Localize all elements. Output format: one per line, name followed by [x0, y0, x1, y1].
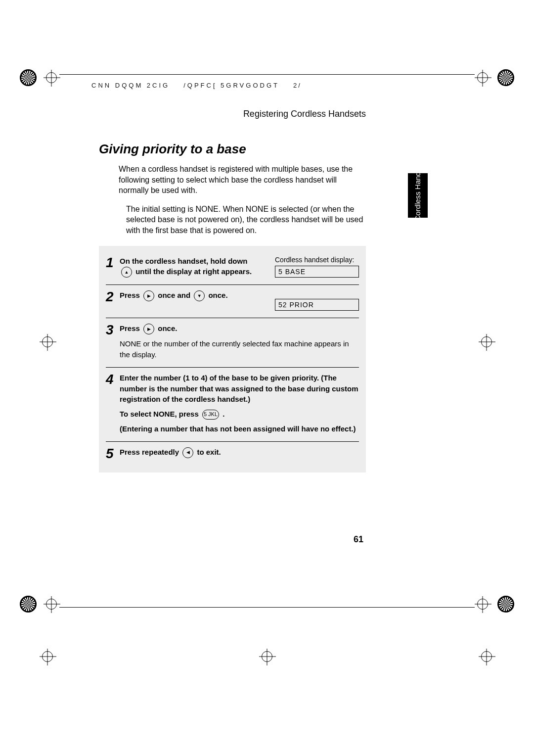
registration-mark-foot-left: [42, 651, 53, 662]
header-code-2: /QPFC[ 5GRVGODGT: [183, 82, 279, 89]
registration-mark-foot-center: [262, 651, 272, 662]
step-1-line1: On the cordless handset, hold down: [120, 257, 247, 265]
step-body: Press once and once.: [120, 290, 269, 311]
right-arrow-key-icon: [143, 324, 154, 334]
intro-paragraph: When a cordless handset is registered wi…: [119, 164, 366, 196]
registration-mark-bottom-left: [20, 596, 57, 613]
handset-display-box: 5 BASE: [275, 266, 359, 278]
note-paragraph: The initial setting is NONE. When NONE i…: [126, 204, 366, 236]
step-body: Press once. NONE or the number of the cu…: [120, 323, 359, 360]
crop-line-top: [59, 74, 475, 75]
step-2-t3: once.: [208, 291, 227, 299]
step-4-p3: (Entering a number that has not been ass…: [120, 424, 359, 434]
registration-target-icon: [20, 69, 37, 86]
step-4-p1: Enter the number (1 to 4) of the base to…: [120, 373, 359, 405]
step-2: 2 Press once and once. 52 PRIOR: [99, 287, 366, 316]
step-body: Enter the number (1 to 4) of the base to…: [120, 373, 359, 434]
up-arrow-key-icon: [121, 267, 132, 278]
step-5-t1: Press repeatedly: [120, 448, 181, 456]
registration-target-icon: [20, 596, 37, 613]
chapter-tab-label: 2. Cordless Handset: [414, 162, 422, 229]
page-number: 61: [354, 534, 363, 545]
step-number: 3: [106, 323, 120, 360]
display-column: 52 PRIOR: [275, 290, 359, 311]
step-separator: [106, 284, 359, 285]
registration-crosshair-icon: [42, 336, 53, 347]
section-title: Giving priority to a base: [99, 142, 366, 157]
display-label: Cordless handset display:: [275, 256, 359, 264]
registration-target-icon: [497, 596, 514, 613]
registration-mark-foot-right: [481, 651, 492, 662]
registration-mark-top-right: [477, 69, 514, 86]
step-5-t2: to exit.: [197, 448, 221, 456]
chapter-tab: 2. Cordless Handset: [408, 173, 428, 218]
registration-crosshair-icon: [262, 651, 272, 662]
step-1-line2: until the display at right appears.: [135, 267, 252, 276]
registration-target-icon: [497, 69, 514, 86]
step-2-t1: Press: [120, 291, 142, 299]
step-number: 1: [106, 256, 120, 278]
step-5: 5 Press repeatedly to exit.: [99, 444, 366, 466]
page-content: Registering Cordless Handsets Giving pri…: [99, 109, 366, 472]
step-number: 4: [106, 373, 120, 434]
registration-crosshair-icon: [481, 651, 492, 662]
right-arrow-key-icon: [143, 290, 154, 301]
registration-crosshair-icon: [477, 599, 488, 610]
step-body: Press repeatedly to exit.: [120, 447, 359, 461]
step-1: 1 On the cordless handset, hold down unt…: [99, 253, 366, 283]
display-column: Cordless handset display: 5 BASE: [275, 256, 359, 278]
header-code-3: 2/: [293, 82, 302, 89]
step-4-p2b: .: [222, 410, 224, 418]
step-separator: [106, 441, 359, 442]
print-header: CNN DQQM 2CIG /QPFC[ 5GRVGODGT 2/: [91, 82, 410, 89]
registration-mark-mid-left: [42, 336, 53, 347]
left-arrow-key-icon: [182, 447, 193, 458]
step-2-t2: once and: [158, 291, 192, 299]
step-4: 4 Enter the number (1 to 4) of the base …: [99, 370, 366, 439]
step-3-body: NONE or the number of the currently sele…: [120, 338, 359, 360]
running-head: Registering Cordless Handsets: [99, 109, 366, 119]
down-arrow-key-icon: [194, 290, 205, 301]
step-3-t1: Press: [120, 324, 142, 332]
key-5-icon: 5 JKL: [202, 410, 219, 420]
registration-crosshair-icon: [481, 336, 492, 347]
steps-panel: 1 On the cordless handset, hold down unt…: [99, 246, 366, 472]
step-separator: [106, 318, 359, 318]
handset-display-box: 52 PRIOR: [275, 299, 359, 311]
registration-crosshair-icon: [42, 651, 53, 662]
step-body: On the cordless handset, hold down until…: [120, 256, 269, 278]
registration-mark-bottom-right: [477, 596, 514, 613]
step-3-t2: once.: [158, 324, 177, 332]
registration-mark-mid-right: [481, 336, 492, 347]
step-4-p2a: To select NONE, press: [120, 410, 201, 418]
registration-crosshair-icon: [46, 599, 57, 610]
crop-line-bottom: [59, 607, 475, 608]
step-3: 3 Press once. NONE or the number of the …: [99, 320, 366, 365]
header-code-1: CNN DQQM 2CIG: [91, 82, 170, 89]
registration-mark-top-left: [20, 69, 57, 86]
step-separator: [106, 367, 359, 368]
step-number: 2: [106, 290, 120, 311]
registration-crosshair-icon: [477, 72, 488, 83]
registration-crosshair-icon: [46, 72, 57, 83]
step-number: 5: [106, 447, 120, 461]
